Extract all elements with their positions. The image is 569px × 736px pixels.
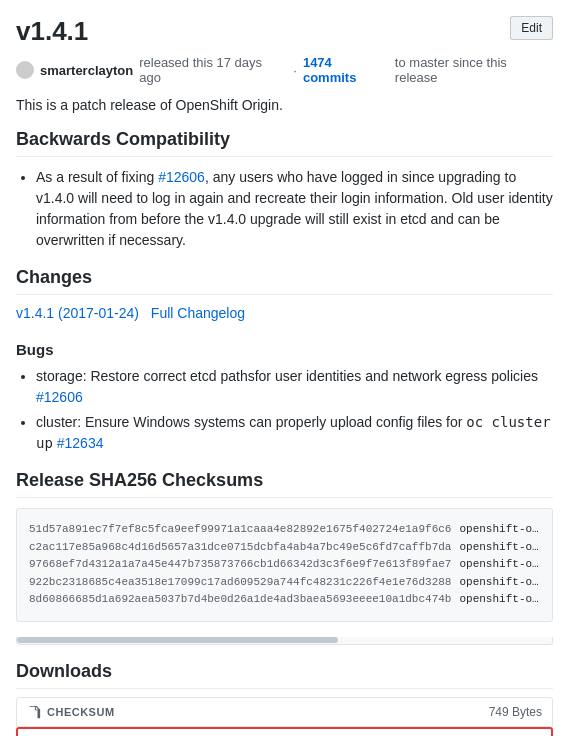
changes-heading: Changes <box>16 267 553 295</box>
backwards-compat-heading: Backwards Compatibility <box>16 129 553 157</box>
issue-12634-link-bug[interactable]: #12634 <box>57 435 104 451</box>
backwards-compat-item: As a result of fixing #12606, any users … <box>36 167 553 251</box>
checksum-row-4: 922bc2318685c4ea3518e17099c17ad609529a74… <box>29 574 540 592</box>
downloads-heading: Downloads <box>16 661 553 689</box>
checksum-row-1: 51d57a891ec7f7ef8c5fca9eef99971a1caaa4e8… <box>29 521 540 539</box>
avatar <box>16 61 34 79</box>
bugs-heading: Bugs <box>16 341 553 358</box>
release-meta: smarterclayton released this 17 days ago… <box>16 55 553 85</box>
to-master-text: to master since this release <box>395 55 553 85</box>
full-changelog-link[interactable]: Full Changelog <box>151 305 245 321</box>
changes-links: v1.4.1 (2017-01-24) Full Changelog <box>16 305 553 329</box>
checksum-item: CHECKSUM 749 Bytes <box>16 697 553 727</box>
patch-note: This is a patch release of OpenShift Ori… <box>16 97 553 113</box>
bug-item-1: storage: Restore correct etcd pathsfor u… <box>36 366 553 408</box>
issue-12606-link-bug[interactable]: #12606 <box>36 389 83 405</box>
highlighted-downloads-group: openshift-origin-client-tools-v1.4.1-3f9… <box>16 727 553 736</box>
checksum-box[interactable]: 51d57a891ec7f7ef8c5fca9eef99971a1caaa4e8… <box>16 508 553 622</box>
backwards-compat-list: As a result of fixing #12606, any users … <box>16 167 553 251</box>
scrollbar-hint[interactable] <box>16 637 553 645</box>
edit-button[interactable]: Edit <box>510 16 553 40</box>
scrollbar-thumb <box>17 637 338 643</box>
issue-12606-link-bc[interactable]: #12606 <box>158 169 205 185</box>
version-date-link[interactable]: v1.4.1 (2017-01-24) <box>16 305 139 321</box>
page-container: Edit v1.4.1 smarterclayton released this… <box>0 0 569 736</box>
author-link[interactable]: smarterclayton <box>40 63 133 78</box>
version-title: v1.4.1 <box>16 16 553 47</box>
checksums-heading: Release SHA256 Checksums <box>16 470 553 498</box>
download-item-1: openshift-origin-client-tools-v1.4.1-3f9… <box>18 729 551 736</box>
bugs-list: storage: Restore correct etcd pathsfor u… <box>16 366 553 454</box>
downloads-section: Downloads CHECKSUM 749 Bytes openshift-o… <box>16 661 553 736</box>
checksum-row-2: c2ac117e85a968c4d16d5657a31dce0715dcbfa4… <box>29 539 540 557</box>
commits-count[interactable]: 1474 commits <box>303 55 389 85</box>
checksum-size: 749 Bytes <box>489 705 542 719</box>
checksum-label: CHECKSUM <box>27 705 115 719</box>
release-time: released this 17 days ago <box>139 55 287 85</box>
checksum-row-5: 8d60866685d1a692aea5037b7d4be0d26a1de4ad… <box>29 591 540 609</box>
checksum-row-3: 97668ef7d4312a1a7a45e447b735873766cb1d66… <box>29 556 540 574</box>
document-icon <box>27 705 41 719</box>
bug-item-2: cluster: Ensure Windows systems can prop… <box>36 412 553 454</box>
